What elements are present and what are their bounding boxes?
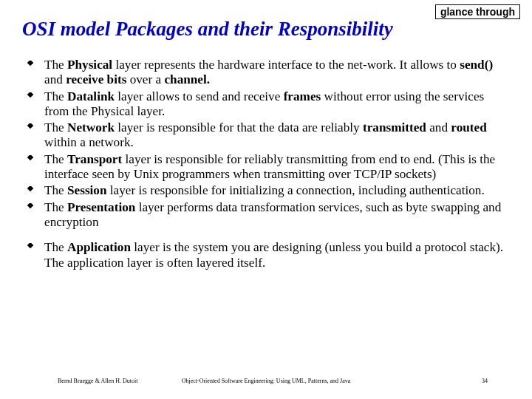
- svg-rect-0: [27, 61, 33, 66]
- list-item: The Transport layer is responsible for r…: [25, 152, 510, 183]
- diamond-bullet-icon: [25, 89, 44, 120]
- page-number: 34: [482, 378, 488, 384]
- footer-author: Bernd Bruegge & Allen H. Dutoit: [58, 378, 137, 384]
- bullet-text: The Session layer is responsible for ini…: [44, 183, 510, 198]
- slide: glance through OSI model Packages and th…: [0, 0, 532, 399]
- diamond-bullet-icon: [25, 152, 44, 183]
- svg-rect-4: [27, 186, 33, 191]
- bullet-text: The Presentation layer performs data tra…: [44, 200, 510, 231]
- list-item: The Session layer is responsible for ini…: [25, 183, 510, 198]
- diamond-bullet-icon: [25, 240, 44, 270]
- slide-title: OSI model Packages and their Responsibil…: [22, 18, 393, 41]
- bullet-text: The Application layer is the system you …: [44, 240, 510, 270]
- list-item: The Physical layer represents the hardwa…: [25, 58, 510, 88]
- svg-rect-2: [27, 123, 33, 129]
- list-item: The Datalink layer allows to send and re…: [25, 89, 510, 120]
- diamond-bullet-icon: [25, 200, 44, 231]
- slide-footer: Bernd Bruegge & Allen H. Dutoit Object-O…: [0, 378, 532, 384]
- diamond-bullet-icon: [25, 58, 44, 88]
- bullet-text: The Physical layer represents the hardwa…: [44, 58, 510, 88]
- bullet-text: The Network layer is responsible for tha…: [44, 120, 510, 151]
- list-item: The Application layer is the system you …: [25, 240, 510, 270]
- bullet-text: The Transport layer is responsible for r…: [44, 152, 510, 183]
- diamond-bullet-icon: [25, 120, 44, 151]
- list-item: The Network layer is responsible for tha…: [25, 120, 510, 151]
- diamond-bullet-icon: [25, 183, 44, 198]
- svg-rect-5: [27, 203, 33, 208]
- corner-tag: glance through: [435, 4, 520, 19]
- svg-rect-3: [27, 155, 33, 160]
- list-item: The Presentation layer performs data tra…: [25, 200, 510, 231]
- svg-rect-6: [27, 243, 33, 248]
- svg-rect-1: [27, 92, 33, 98]
- slide-body: The Physical layer represents the hardwa…: [25, 58, 510, 272]
- bullet-text: The Datalink layer allows to send and re…: [44, 89, 510, 120]
